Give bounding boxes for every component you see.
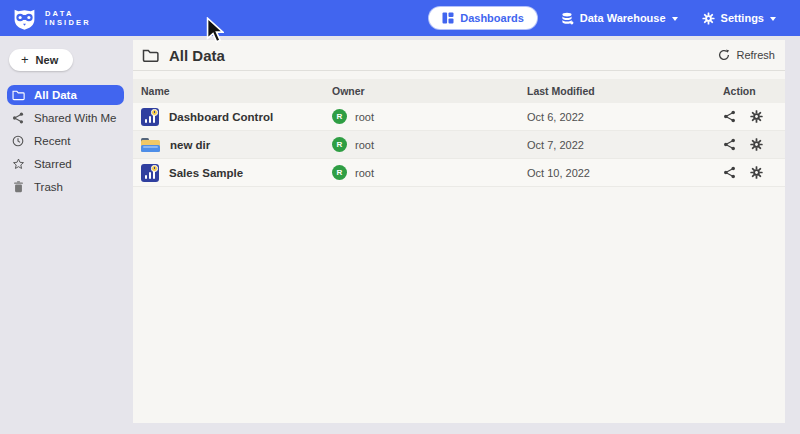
share-icon [11, 112, 25, 124]
refresh-button[interactable]: Refresh [718, 49, 775, 61]
top-bar: DATA INSIDER Dashboards Data Warehouse [0, 0, 800, 36]
nav-settings-label: Settings [721, 12, 764, 24]
sidebar-item-starred[interactable]: Starred [7, 154, 124, 174]
dashboard-file-icon [141, 164, 159, 182]
sidebar-item-recent[interactable]: Recent [7, 131, 124, 151]
column-header-owner: Owner [332, 85, 527, 97]
table-row[interactable]: Dashboard Control R root Oct 6, 2022 [133, 103, 785, 131]
share-icon[interactable] [723, 138, 736, 151]
last-modified: Oct 7, 2022 [527, 139, 723, 151]
new-button-label: New [36, 54, 59, 66]
owner-name: root [355, 139, 374, 151]
gear-icon[interactable] [750, 166, 763, 179]
app-logo: DATA INSIDER [12, 6, 91, 31]
owl-logo-icon [12, 6, 37, 31]
file-name[interactable]: Sales Sample [169, 167, 243, 179]
owner-name: root [355, 111, 374, 123]
sidebar: + New All Data Shared With Me [0, 36, 126, 434]
sidebar-item-label: Starred [34, 158, 72, 170]
file-name[interactable]: new dir [170, 139, 210, 151]
gear-icon [702, 12, 715, 25]
sidebar-nav: All Data Shared With Me Recent [0, 85, 126, 197]
sidebar-item-label: Shared With Me [34, 112, 116, 124]
clock-icon [11, 135, 25, 147]
owner-avatar: R [332, 109, 347, 124]
dashboard-file-icon [141, 108, 159, 126]
gear-icon[interactable] [750, 138, 763, 151]
owner-name: root [355, 167, 374, 179]
folder-icon [11, 89, 25, 101]
table-row[interactable]: Sales Sample R root Oct 10, 2022 [133, 159, 785, 187]
refresh-label: Refresh [736, 49, 775, 61]
chevron-down-icon [672, 17, 678, 21]
sidebar-item-label: All Data [34, 89, 77, 101]
table-row[interactable]: new dir R root Oct 7, 2022 [133, 131, 785, 159]
panel-header: All Data Refresh [133, 40, 785, 71]
nav-settings-button[interactable]: Settings [702, 12, 776, 25]
plus-icon: + [21, 55, 29, 65]
nav-dashboards-label: Dashboards [460, 12, 524, 24]
nav-data-warehouse-label: Data Warehouse [580, 12, 666, 24]
sidebar-item-shared-with-me[interactable]: Shared With Me [7, 108, 124, 128]
brand-line1: DATA [45, 9, 91, 18]
trash-icon [11, 181, 25, 193]
column-header-action: Action [723, 85, 785, 97]
last-modified: Oct 6, 2022 [527, 111, 723, 123]
table-header-row: Name Owner Last Modified Action [133, 79, 785, 103]
column-header-name: Name [141, 85, 332, 97]
owner-avatar: R [332, 165, 347, 180]
share-icon[interactable] [723, 110, 736, 123]
sidebar-item-trash[interactable]: Trash [7, 177, 124, 197]
mouse-cursor [206, 17, 224, 43]
share-icon[interactable] [723, 166, 736, 179]
sidebar-item-label: Trash [34, 181, 63, 193]
column-header-last-modified: Last Modified [527, 85, 723, 97]
folder-icon [142, 48, 159, 63]
sidebar-item-label: Recent [34, 135, 70, 147]
nav-dashboards-button[interactable]: Dashboards [429, 7, 537, 29]
file-name[interactable]: Dashboard Control [169, 111, 273, 123]
refresh-icon [718, 49, 730, 61]
dashboard-icon [442, 12, 454, 24]
main-panel: All Data Refresh Name Owner Last Modifie… [133, 40, 785, 423]
nav-data-warehouse-button[interactable]: Data Warehouse [561, 12, 678, 25]
last-modified: Oct 10, 2022 [527, 167, 723, 179]
new-button[interactable]: + New [9, 49, 73, 71]
files-table: Name Owner Last Modified Action Dashboar… [133, 79, 785, 187]
brand-line2: INSIDER [45, 18, 91, 27]
database-icon [561, 12, 574, 25]
top-nav: Dashboards Data Warehouse [429, 7, 776, 29]
chevron-down-icon [770, 17, 776, 21]
sidebar-item-all-data[interactable]: All Data [7, 85, 124, 105]
owner-avatar: R [332, 137, 347, 152]
star-icon [11, 158, 25, 170]
gear-icon[interactable] [750, 110, 763, 123]
page-title: All Data [169, 47, 225, 64]
folder-file-icon [141, 136, 160, 154]
